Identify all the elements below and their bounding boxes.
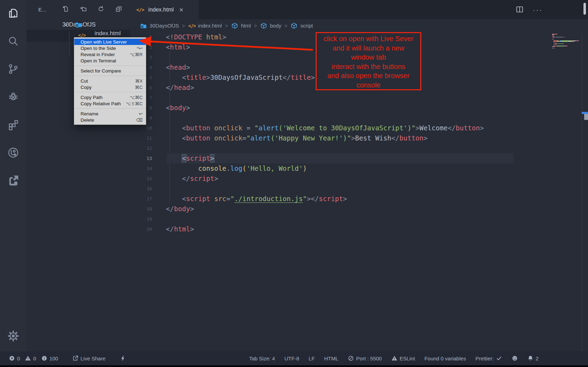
split-editor-icon[interactable]: [515, 5, 524, 15]
scrollbar-thumb[interactable]: [584, 114, 588, 120]
line-number[interactable]: 13: [130, 153, 152, 163]
status-item-variables-found[interactable]: Found 0 variables: [424, 355, 466, 361]
menu-item-reveal-in-finder[interactable]: Reveal in Finder⌥⌘R: [74, 51, 146, 58]
menu-item-open-with-live-server[interactable]: Open with Live Server: [74, 39, 146, 45]
menu-item-copy-path[interactable]: Copy Path⌥⌘C: [74, 94, 146, 100]
code-token: Welcome: [420, 124, 448, 132]
line-number[interactable]: 12: [130, 143, 152, 153]
status-item-encoding[interactable]: UTF-8: [284, 355, 299, 361]
code-token: [210, 195, 214, 202]
code-line[interactable]: 15 </script>: [130, 174, 588, 184]
code-token: ": [247, 134, 251, 142]
menu-item-copy-relative-path[interactable]: Copy Relative Path⌥⇧⌘C: [74, 100, 146, 107]
line-number[interactable]: 18: [130, 204, 152, 214]
breadcrumb-item[interactable]: 30DaysOfJS: [140, 22, 179, 29]
status-item-live-share[interactable]: Live Share: [72, 355, 106, 361]
status-item-language-mode[interactable]: HTML: [324, 355, 338, 361]
menu-item-label: Copy Relative Path: [81, 101, 121, 106]
menu-item-shortcut: ⌥⌘C: [130, 95, 143, 100]
code-line[interactable]: 11 <button onclick="alert('Happy New Yea…: [130, 133, 588, 143]
minimap[interactable]: [552, 34, 581, 49]
status-item-infos[interactable]: 100: [41, 355, 58, 361]
line-number[interactable]: 19: [130, 214, 152, 224]
status-item-bolt[interactable]: [120, 355, 126, 361]
code-line[interactable]: 7: [130, 93, 588, 103]
status-item-live-server-port[interactable]: Port : 5500: [348, 355, 382, 361]
code-line[interactable]: 19: [130, 214, 588, 224]
breadcrumb-item[interactable]: </>index.html: [188, 22, 222, 29]
folder-row-30daysofjs[interactable]: 30DaysOfJS: [27, 19, 130, 30]
line-content: <script>: [166, 153, 214, 163]
code-line[interactable]: 10 <button onclick = "alert('Welcome to …: [130, 123, 588, 133]
live-share-circle-icon[interactable]: [6, 145, 21, 160]
code-token: html: [174, 225, 190, 233]
status-item-notifications-bell[interactable]: 2: [527, 355, 538, 361]
breadcrumb-item[interactable]: script: [291, 22, 313, 29]
line-number[interactable]: 14: [130, 163, 152, 174]
menu-item-delete[interactable]: Delete⌫: [74, 117, 146, 123]
more-actions-icon[interactable]: ···: [533, 6, 543, 14]
breadcrumb-item[interactable]: body: [260, 22, 281, 29]
status-item-errors[interactable]: 0: [9, 355, 20, 361]
line-number[interactable]: 15: [130, 174, 152, 184]
status-item-eslint[interactable]: ESLint: [391, 355, 415, 361]
explorer-icon[interactable]: [6, 6, 21, 21]
menu-item-select-for-compare[interactable]: Select for Compare: [74, 68, 146, 74]
gear-icon[interactable]: [6, 328, 21, 344]
line-number[interactable]: 16: [130, 184, 152, 194]
new-file-icon[interactable]: [62, 5, 69, 14]
code-line[interactable]: 14 console.log('Hello, World'): [130, 163, 588, 174]
minimap-line: [552, 48, 581, 49]
menu-item-cut[interactable]: Cut⌘X: [74, 78, 146, 84]
menu-item-label: Copy Path: [81, 95, 103, 100]
menu-item-shortcut: ↩: [139, 111, 143, 116]
code-line[interactable]: 12: [130, 143, 588, 153]
status-item-eol[interactable]: LF: [309, 355, 315, 361]
line-number[interactable]: 11: [130, 133, 152, 143]
menu-item-rename[interactable]: Rename↩: [74, 110, 146, 117]
annotation-line: click on open with Live Sever: [317, 34, 420, 44]
line-number[interactable]: 20: [130, 224, 152, 234]
chevron-down-icon[interactable]: [63, 22, 69, 28]
tab-index-html[interactable]: </> index.html ×: [130, 0, 199, 19]
bottom-strip: [0, 365, 588, 367]
code-token: html: [170, 43, 186, 51]
refresh-icon[interactable]: [97, 5, 105, 14]
menu-item-copy[interactable]: Copy⌘C: [74, 84, 146, 90]
scrollbar-nub[interactable]: [583, 3, 586, 15]
collapse-all-icon[interactable]: [115, 5, 122, 14]
status-label: Port : 5500: [356, 355, 382, 361]
code-line[interactable]: 8<body>: [130, 103, 588, 113]
menu-item-open-to-the-side[interactable]: Open to the Side^↩: [74, 45, 146, 51]
code-token: <: [182, 74, 186, 81]
code-line[interactable]: 9: [130, 113, 588, 123]
code-token: 'Hello, World': [247, 165, 303, 172]
code-token: script: [186, 154, 210, 162]
breadcrumb-item[interactable]: html: [231, 22, 251, 29]
share-arrow-icon[interactable]: [6, 173, 21, 188]
code-token: <: [182, 124, 186, 132]
search-icon[interactable]: [6, 33, 21, 49]
status-item-tab-size[interactable]: Tab Size: 4: [249, 355, 275, 361]
new-folder-icon[interactable]: [80, 5, 87, 14]
code-line[interactable]: 18</body>: [130, 204, 588, 214]
smiley-icon: [512, 355, 518, 361]
debug-icon[interactable]: [6, 89, 21, 105]
extensions-icon[interactable]: [6, 117, 21, 132]
code-token: Best Wish: [355, 134, 391, 142]
code-token: >: [186, 63, 190, 71]
code-token: button: [456, 124, 480, 132]
code-token: 30DaysOfJavaScript: [210, 74, 283, 81]
status-item-warnings[interactable]: 0: [25, 355, 36, 361]
status-item-prettier[interactable]: Prettier:: [475, 355, 502, 361]
code-line[interactable]: 20</html>: [130, 224, 588, 234]
code-token: [210, 134, 214, 142]
code-line[interactable]: 17 <script src="./introduction.js"></scr…: [130, 194, 588, 204]
source-control-icon[interactable]: [6, 61, 21, 77]
code-line[interactable]: 13 <script>: [130, 153, 588, 163]
line-number[interactable]: 17: [130, 194, 152, 204]
code-line[interactable]: 16: [130, 184, 588, 194]
close-icon[interactable]: ×: [179, 6, 183, 13]
status-item-feedback-smiley[interactable]: [512, 355, 518, 361]
menu-item-open-in-terminal[interactable]: Open in Terminal: [74, 58, 146, 64]
